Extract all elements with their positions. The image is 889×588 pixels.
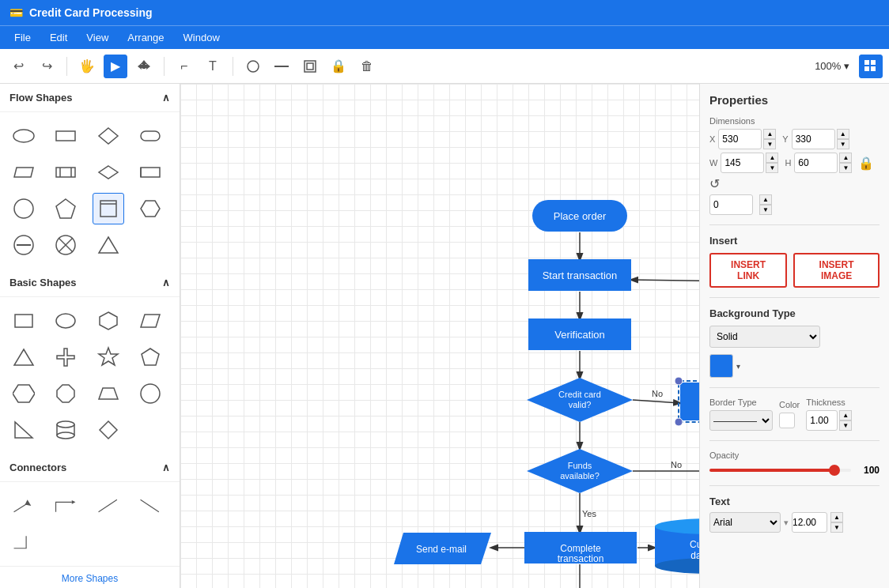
y-down[interactable]: ▼ <box>837 139 849 149</box>
bg-type-select[interactable]: Solid <box>709 326 820 348</box>
x-down[interactable]: ▼ <box>763 139 776 149</box>
h-down[interactable]: ▼ <box>839 163 852 173</box>
border-color-swatch[interactable] <box>779 413 795 428</box>
flow-shape-terminate[interactable] <box>134 193 166 224</box>
connector-diagonal[interactable] <box>93 490 124 522</box>
more-shapes-link[interactable]: More Shapes <box>0 566 180 588</box>
font-size-up[interactable]: ▲ <box>830 512 843 522</box>
zoom-value[interactable]: 100% ▾ <box>815 60 849 72</box>
basic-shape-ellipse[interactable] <box>50 305 81 337</box>
basic-shape-triangle[interactable] <box>8 341 40 373</box>
text-tool[interactable]: T <box>201 55 225 78</box>
flow-shape-scroll[interactable] <box>93 193 124 224</box>
menu-edit[interactable]: Edit <box>42 28 75 47</box>
basic-shape-hexagon[interactable] <box>93 305 124 337</box>
basic-shape-star[interactable] <box>93 341 124 373</box>
menu-window[interactable]: Window <box>176 28 228 47</box>
basic-shape-rect[interactable] <box>8 305 40 337</box>
rotation-down[interactable]: ▼ <box>759 205 772 215</box>
stroke-btn[interactable] <box>270 55 293 78</box>
flow-shape-process[interactable] <box>50 156 81 188</box>
x-input[interactable] <box>718 129 762 149</box>
y-up[interactable]: ▲ <box>837 129 849 139</box>
menu-arrange[interactable]: Arrange <box>119 28 172 47</box>
connector-diagonal2[interactable] <box>134 490 166 522</box>
rotation-input[interactable] <box>709 194 753 215</box>
menu-view[interactable]: View <box>78 28 116 47</box>
connector-tool[interactable]: ⌐ <box>172 55 196 78</box>
flow-shape-diamond[interactable] <box>93 120 124 152</box>
basic-shape-diamond[interactable] <box>93 414 124 446</box>
flow-shape-rounded-rect[interactable] <box>134 120 166 152</box>
flow-shape-ellipse[interactable] <box>8 120 40 152</box>
y-input[interactable] <box>792 129 835 149</box>
font-size-down[interactable]: ▼ <box>830 522 843 533</box>
color-arrow[interactable]: ▾ <box>736 362 740 371</box>
h-input[interactable] <box>794 153 838 173</box>
redo-button[interactable]: ↪ <box>35 55 59 78</box>
x-up[interactable]: ▲ <box>763 129 776 139</box>
basic-shape-trapezoid[interactable] <box>93 378 124 409</box>
flow-shape-no-entry[interactable] <box>8 229 40 261</box>
flow-shape-rect[interactable] <box>50 120 81 152</box>
connectors-header[interactable]: Connectors ∧ <box>0 454 180 482</box>
flow-shape-io[interactable] <box>8 156 40 188</box>
basic-shape-right-triangle[interactable] <box>8 414 40 446</box>
flow-shapes-toggle[interactable]: ∧ <box>162 92 170 104</box>
basic-shapes-header[interactable]: Basic Shapes ∧ <box>0 269 180 297</box>
lock-btn[interactable]: 🔒 <box>327 55 350 78</box>
undo-button[interactable]: ↩ <box>6 55 30 78</box>
connector-elbow[interactable] <box>50 490 81 522</box>
basic-shape-octagon[interactable] <box>50 378 81 409</box>
flow-shape-cross[interactable] <box>50 229 81 261</box>
font-size-stepper[interactable]: ▲ ▼ <box>830 512 843 533</box>
arrange-btn[interactable] <box>298 55 322 78</box>
w-up[interactable]: ▲ <box>766 153 778 163</box>
thickness-down[interactable]: ▼ <box>839 420 852 431</box>
connector-arrow-right[interactable] <box>8 490 40 522</box>
basic-shape-cylinder[interactable] <box>50 414 81 446</box>
rotation-stepper[interactable]: ▲ ▼ <box>759 194 772 215</box>
opacity-thumb[interactable] <box>829 465 840 476</box>
style-btn[interactable] <box>241 55 265 78</box>
zoom-control[interactable]: 100% ▾ <box>815 55 883 78</box>
thickness-input[interactable] <box>806 410 838 431</box>
x-stepper[interactable]: ▲ ▼ <box>763 129 776 149</box>
w-down[interactable]: ▼ <box>766 163 778 173</box>
menu-file[interactable]: File <box>6 28 39 47</box>
flow-shape-decision[interactable] <box>93 156 124 188</box>
basic-shape-circle[interactable] <box>134 378 166 409</box>
thickness-up[interactable]: ▲ <box>839 410 852 420</box>
h-stepper[interactable]: ▲ ▼ <box>839 153 852 173</box>
flow-shape-pentagon[interactable] <box>50 193 81 224</box>
rotation-up[interactable]: ▲ <box>759 194 772 205</box>
basic-shape-parallelogram[interactable] <box>134 305 166 337</box>
connector-right-angle[interactable] <box>8 526 40 558</box>
basic-shapes-toggle[interactable]: ∧ <box>162 277 170 288</box>
flow-shape-display[interactable] <box>134 156 166 188</box>
basic-shape-pentagon[interactable] <box>134 341 166 373</box>
basic-shape-plus[interactable] <box>50 341 81 373</box>
font-select[interactable]: Arial <box>709 512 781 533</box>
grid-btn[interactable] <box>859 55 883 78</box>
bg-color-swatch[interactable] <box>709 354 733 378</box>
insert-image-button[interactable]: INSERT IMAGE <box>793 253 880 288</box>
insert-link-button[interactable]: INSERT LINK <box>709 253 787 288</box>
delete-btn[interactable]: 🗑 <box>355 55 379 78</box>
font-size-input[interactable] <box>792 512 827 533</box>
canvas-area[interactable]: No No Yes P <box>180 84 699 588</box>
flow-shape-triangle[interactable] <box>93 229 124 261</box>
pan-tool[interactable] <box>132 55 156 78</box>
connectors-toggle[interactable]: ∧ <box>162 462 170 473</box>
basic-shape-hexagon2[interactable] <box>8 378 40 409</box>
opacity-slider[interactable] <box>709 469 851 472</box>
h-up[interactable]: ▲ <box>839 153 852 163</box>
select-tool[interactable]: ▶ <box>104 55 127 78</box>
w-stepper[interactable]: ▲ ▼ <box>766 153 778 173</box>
thickness-stepper[interactable]: ▲ ▼ <box>839 410 852 431</box>
cursor-tool[interactable]: 🖐 <box>75 55 99 78</box>
flow-shapes-header[interactable]: Flow Shapes ∧ <box>0 84 180 112</box>
w-input[interactable] <box>721 153 764 173</box>
y-stepper[interactable]: ▲ ▼ <box>837 129 849 149</box>
border-type-select[interactable]: ————— <box>709 410 773 431</box>
